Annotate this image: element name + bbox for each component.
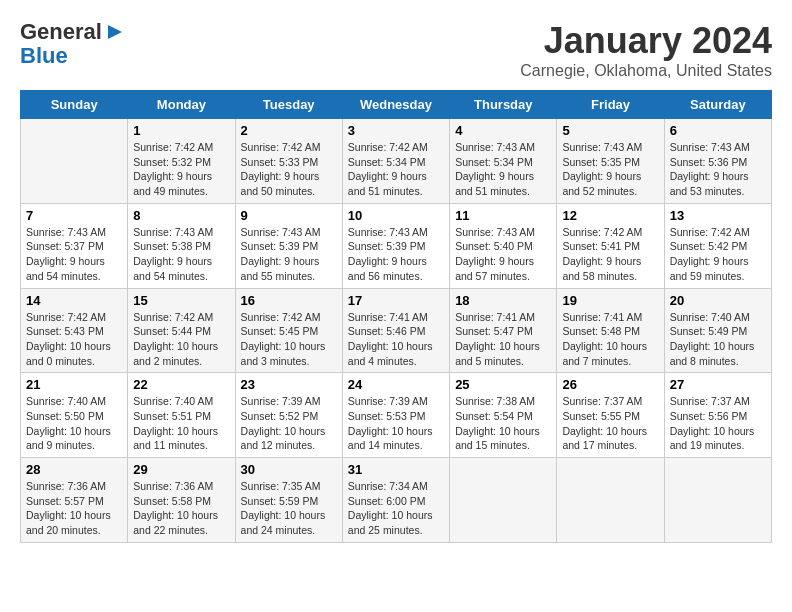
- day-number: 18: [455, 293, 551, 308]
- day-info: Sunrise: 7:42 AM Sunset: 5:33 PM Dayligh…: [241, 140, 337, 199]
- calendar-cell: 24Sunrise: 7:39 AM Sunset: 5:53 PM Dayli…: [342, 373, 449, 458]
- day-number: 9: [241, 208, 337, 223]
- day-number: 26: [562, 377, 658, 392]
- day-info: Sunrise: 7:35 AM Sunset: 5:59 PM Dayligh…: [241, 479, 337, 538]
- calendar-cell: 16Sunrise: 7:42 AM Sunset: 5:45 PM Dayli…: [235, 288, 342, 373]
- day-number: 1: [133, 123, 229, 138]
- calendar-cell: [450, 458, 557, 543]
- day-info: Sunrise: 7:37 AM Sunset: 5:55 PM Dayligh…: [562, 394, 658, 453]
- calendar-week-3: 14Sunrise: 7:42 AM Sunset: 5:43 PM Dayli…: [21, 288, 772, 373]
- day-number: 31: [348, 462, 444, 477]
- day-number: 15: [133, 293, 229, 308]
- column-header-sunday: Sunday: [21, 91, 128, 119]
- calendar-cell: 20Sunrise: 7:40 AM Sunset: 5:49 PM Dayli…: [664, 288, 771, 373]
- header: General Blue January 2024 Carnegie, Okla…: [20, 20, 772, 80]
- column-header-wednesday: Wednesday: [342, 91, 449, 119]
- calendar-week-2: 7Sunrise: 7:43 AM Sunset: 5:37 PM Daylig…: [21, 203, 772, 288]
- day-number: 7: [26, 208, 122, 223]
- day-number: 19: [562, 293, 658, 308]
- calendar-cell: 10Sunrise: 7:43 AM Sunset: 5:39 PM Dayli…: [342, 203, 449, 288]
- day-info: Sunrise: 7:42 AM Sunset: 5:32 PM Dayligh…: [133, 140, 229, 199]
- calendar-cell: 28Sunrise: 7:36 AM Sunset: 5:57 PM Dayli…: [21, 458, 128, 543]
- title-area: January 2024 Carnegie, Oklahoma, United …: [520, 20, 772, 80]
- day-number: 11: [455, 208, 551, 223]
- day-info: Sunrise: 7:43 AM Sunset: 5:39 PM Dayligh…: [241, 225, 337, 284]
- calendar-cell: [21, 119, 128, 204]
- svg-marker-0: [108, 25, 122, 39]
- day-info: Sunrise: 7:43 AM Sunset: 5:36 PM Dayligh…: [670, 140, 766, 199]
- day-info: Sunrise: 7:36 AM Sunset: 5:58 PM Dayligh…: [133, 479, 229, 538]
- day-number: 4: [455, 123, 551, 138]
- logo-arrow-icon: [104, 21, 126, 43]
- day-info: Sunrise: 7:41 AM Sunset: 5:48 PM Dayligh…: [562, 310, 658, 369]
- calendar-cell: 26Sunrise: 7:37 AM Sunset: 5:55 PM Dayli…: [557, 373, 664, 458]
- day-number: 27: [670, 377, 766, 392]
- page-title: January 2024: [520, 20, 772, 62]
- day-number: 30: [241, 462, 337, 477]
- calendar-cell: 27Sunrise: 7:37 AM Sunset: 5:56 PM Dayli…: [664, 373, 771, 458]
- calendar-table: SundayMondayTuesdayWednesdayThursdayFrid…: [20, 90, 772, 543]
- day-number: 5: [562, 123, 658, 138]
- day-info: Sunrise: 7:40 AM Sunset: 5:50 PM Dayligh…: [26, 394, 122, 453]
- column-header-thursday: Thursday: [450, 91, 557, 119]
- day-info: Sunrise: 7:43 AM Sunset: 5:38 PM Dayligh…: [133, 225, 229, 284]
- calendar-cell: 17Sunrise: 7:41 AM Sunset: 5:46 PM Dayli…: [342, 288, 449, 373]
- calendar-header: SundayMondayTuesdayWednesdayThursdayFrid…: [21, 91, 772, 119]
- calendar-cell: 3Sunrise: 7:42 AM Sunset: 5:34 PM Daylig…: [342, 119, 449, 204]
- calendar-week-4: 21Sunrise: 7:40 AM Sunset: 5:50 PM Dayli…: [21, 373, 772, 458]
- logo-text: General Blue: [20, 20, 126, 68]
- calendar-cell: [664, 458, 771, 543]
- day-info: Sunrise: 7:40 AM Sunset: 5:51 PM Dayligh…: [133, 394, 229, 453]
- day-number: 2: [241, 123, 337, 138]
- calendar-cell: 1Sunrise: 7:42 AM Sunset: 5:32 PM Daylig…: [128, 119, 235, 204]
- day-number: 16: [241, 293, 337, 308]
- calendar-cell: 13Sunrise: 7:42 AM Sunset: 5:42 PM Dayli…: [664, 203, 771, 288]
- day-number: 28: [26, 462, 122, 477]
- day-info: Sunrise: 7:37 AM Sunset: 5:56 PM Dayligh…: [670, 394, 766, 453]
- calendar-cell: 19Sunrise: 7:41 AM Sunset: 5:48 PM Dayli…: [557, 288, 664, 373]
- calendar-cell: 8Sunrise: 7:43 AM Sunset: 5:38 PM Daylig…: [128, 203, 235, 288]
- calendar-week-1: 1Sunrise: 7:42 AM Sunset: 5:32 PM Daylig…: [21, 119, 772, 204]
- calendar-cell: 29Sunrise: 7:36 AM Sunset: 5:58 PM Dayli…: [128, 458, 235, 543]
- day-info: Sunrise: 7:43 AM Sunset: 5:37 PM Dayligh…: [26, 225, 122, 284]
- day-info: Sunrise: 7:39 AM Sunset: 5:53 PM Dayligh…: [348, 394, 444, 453]
- logo-general: General: [20, 20, 102, 44]
- day-info: Sunrise: 7:41 AM Sunset: 5:47 PM Dayligh…: [455, 310, 551, 369]
- calendar-cell: 21Sunrise: 7:40 AM Sunset: 5:50 PM Dayli…: [21, 373, 128, 458]
- calendar-cell: 25Sunrise: 7:38 AM Sunset: 5:54 PM Dayli…: [450, 373, 557, 458]
- day-number: 12: [562, 208, 658, 223]
- calendar-cell: 30Sunrise: 7:35 AM Sunset: 5:59 PM Dayli…: [235, 458, 342, 543]
- day-number: 23: [241, 377, 337, 392]
- page-subtitle: Carnegie, Oklahoma, United States: [520, 62, 772, 80]
- day-number: 6: [670, 123, 766, 138]
- day-number: 29: [133, 462, 229, 477]
- day-info: Sunrise: 7:43 AM Sunset: 5:39 PM Dayligh…: [348, 225, 444, 284]
- logo: General Blue: [20, 20, 126, 68]
- day-number: 22: [133, 377, 229, 392]
- day-info: Sunrise: 7:42 AM Sunset: 5:42 PM Dayligh…: [670, 225, 766, 284]
- calendar-cell: 2Sunrise: 7:42 AM Sunset: 5:33 PM Daylig…: [235, 119, 342, 204]
- calendar-cell: 18Sunrise: 7:41 AM Sunset: 5:47 PM Dayli…: [450, 288, 557, 373]
- day-number: 14: [26, 293, 122, 308]
- day-number: 25: [455, 377, 551, 392]
- day-number: 21: [26, 377, 122, 392]
- day-info: Sunrise: 7:43 AM Sunset: 5:35 PM Dayligh…: [562, 140, 658, 199]
- calendar-cell: 5Sunrise: 7:43 AM Sunset: 5:35 PM Daylig…: [557, 119, 664, 204]
- calendar-cell: 12Sunrise: 7:42 AM Sunset: 5:41 PM Dayli…: [557, 203, 664, 288]
- column-header-tuesday: Tuesday: [235, 91, 342, 119]
- day-info: Sunrise: 7:34 AM Sunset: 6:00 PM Dayligh…: [348, 479, 444, 538]
- calendar-body: 1Sunrise: 7:42 AM Sunset: 5:32 PM Daylig…: [21, 119, 772, 543]
- column-header-saturday: Saturday: [664, 91, 771, 119]
- calendar-cell: 9Sunrise: 7:43 AM Sunset: 5:39 PM Daylig…: [235, 203, 342, 288]
- day-info: Sunrise: 7:42 AM Sunset: 5:41 PM Dayligh…: [562, 225, 658, 284]
- column-header-monday: Monday: [128, 91, 235, 119]
- calendar-cell: 6Sunrise: 7:43 AM Sunset: 5:36 PM Daylig…: [664, 119, 771, 204]
- day-number: 24: [348, 377, 444, 392]
- day-info: Sunrise: 7:42 AM Sunset: 5:45 PM Dayligh…: [241, 310, 337, 369]
- column-header-friday: Friday: [557, 91, 664, 119]
- calendar-cell: 14Sunrise: 7:42 AM Sunset: 5:43 PM Dayli…: [21, 288, 128, 373]
- day-info: Sunrise: 7:42 AM Sunset: 5:44 PM Dayligh…: [133, 310, 229, 369]
- calendar-cell: 11Sunrise: 7:43 AM Sunset: 5:40 PM Dayli…: [450, 203, 557, 288]
- day-info: Sunrise: 7:42 AM Sunset: 5:34 PM Dayligh…: [348, 140, 444, 199]
- day-info: Sunrise: 7:38 AM Sunset: 5:54 PM Dayligh…: [455, 394, 551, 453]
